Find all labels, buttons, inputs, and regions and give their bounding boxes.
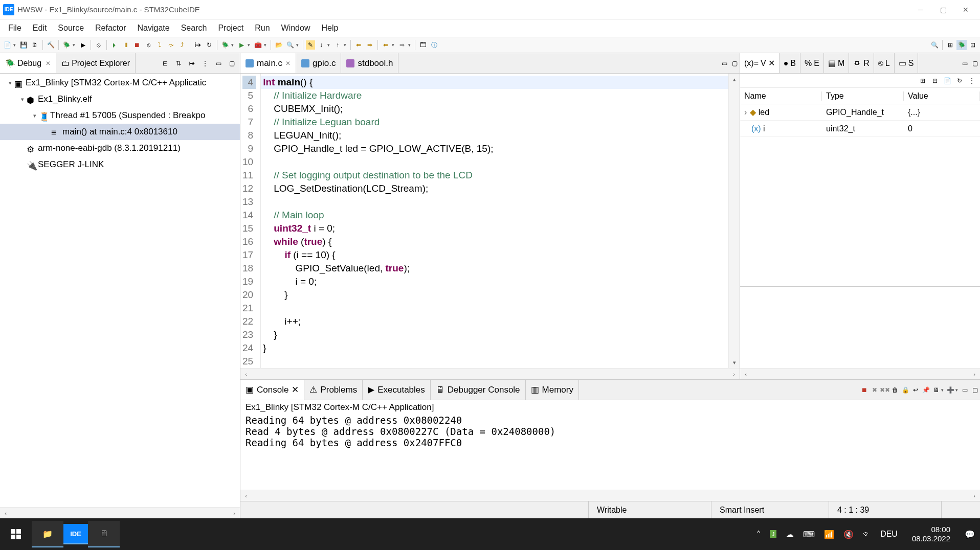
start-button[interactable] <box>0 521 32 547</box>
scroll-lock-icon[interactable]: 🔒 <box>900 385 910 395</box>
variables-hscroll[interactable]: ‹ › <box>740 368 980 379</box>
col-value[interactable]: Value <box>904 91 980 101</box>
code-line[interactable]: i++; <box>261 315 728 328</box>
step-icon[interactable]: i➔ <box>187 58 197 68</box>
annotation-icon[interactable]: ✎ <box>306 40 315 50</box>
line-number[interactable]: 19 <box>242 275 256 288</box>
code-editor[interactable]: 45678910111213141516171819202122232425 i… <box>240 74 740 368</box>
code-line[interactable]: GPIO_Handle_t led = GPIO_LOW_ACTIVE(B, 1… <box>261 142 728 155</box>
close-icon[interactable]: ✕ <box>285 60 291 67</box>
code-line[interactable]: // Main loop <box>261 209 728 222</box>
menu-icon[interactable]: ⋮ <box>967 76 977 86</box>
line-number[interactable]: 4 <box>242 76 256 89</box>
refresh-icon[interactable]: ↻ <box>954 76 965 86</box>
vars-tab-r[interactable]: ⛭R <box>849 53 874 73</box>
step-return-icon[interactable]: ⤴ <box>177 40 187 50</box>
scroll-down-icon[interactable]: ▾ <box>729 357 740 368</box>
nav-back-icon[interactable]: ⬅ <box>381 40 391 50</box>
scroll-right-icon[interactable]: › <box>229 510 240 516</box>
line-number[interactable]: 10 <box>242 155 256 169</box>
keyboard-icon[interactable]: ⌨ <box>803 530 815 539</box>
dropdown-icon[interactable]: ▾ <box>392 42 396 48</box>
code-line[interactable]: // Set logging output destination to be … <box>261 169 728 182</box>
menu-search[interactable]: Search <box>176 21 212 35</box>
menu-navigate[interactable]: Navigate <box>132 21 175 35</box>
twisty-icon[interactable]: ▾ <box>6 80 14 86</box>
line-number[interactable]: 25 <box>242 355 256 368</box>
pin-icon[interactable]: 📌 <box>921 385 931 395</box>
dropdown-icon[interactable]: ▾ <box>73 42 77 48</box>
bottom-tab-executables[interactable]: ▶Executables <box>363 380 431 400</box>
tree-row[interactable]: ▾🧵Thread #1 57005 (Suspended : Breakpo <box>0 107 240 124</box>
editor-tab-gpio-c[interactable]: gpio.c <box>296 53 341 73</box>
minimize-button[interactable]: ─ <box>909 2 932 17</box>
close-icon[interactable]: ✕ <box>46 60 51 67</box>
code-area[interactable]: int main() { // Initialize Hardware CUBE… <box>261 74 728 368</box>
code-line[interactable]: CUBEMX_Init(); <box>261 102 728 116</box>
resume-icon[interactable]: ⏵ <box>109 40 120 50</box>
restart-icon[interactable]: ↻ <box>204 40 214 50</box>
vars-tab-b[interactable]: ●B <box>779 53 800 73</box>
line-number[interactable]: 7 <box>242 116 256 129</box>
maximize-view-icon[interactable]: ▢ <box>970 385 980 395</box>
tree-row[interactable]: ≡main() at main.c:4 0x8013610 <box>0 124 240 140</box>
sync-icon[interactable]: ⇅ <box>173 58 184 68</box>
collapse-icon[interactable]: ⊟ <box>930 76 940 86</box>
horizontal-scrollbar[interactable]: ‹ › <box>0 507 240 518</box>
line-number[interactable]: 24 <box>242 341 256 355</box>
terminate-icon[interactable]: ⏹ <box>132 40 142 50</box>
twisty-icon[interactable]: ▾ <box>18 96 27 103</box>
notifications-icon[interactable]: 💬 <box>965 530 975 539</box>
menu-run[interactable]: Run <box>250 21 275 35</box>
disconnect-icon[interactable]: ⎋ <box>143 40 153 50</box>
minimize-view-icon[interactable]: ▭ <box>213 58 224 68</box>
menu-window[interactable]: Window <box>276 21 316 35</box>
dropdown-icon[interactable]: ▾ <box>13 42 17 48</box>
tree-row[interactable]: ▾⬢Ex1_Blinky.elf <box>0 91 240 107</box>
tree-row[interactable]: ▾▣Ex1_Blinky [STM32 Cortex-M C/C++ Appli… <box>0 75 240 91</box>
scroll-left-icon[interactable]: ‹ <box>0 510 11 516</box>
dropdown-icon[interactable]: ▾ <box>264 42 268 48</box>
run-config-icon[interactable]: ▶ <box>78 40 88 50</box>
code-line[interactable] <box>261 302 728 315</box>
line-number[interactable]: 13 <box>242 195 256 209</box>
tree-row[interactable]: ⚙arm-none-eabi-gdb (8.3.1.20191211) <box>0 140 240 156</box>
instruction-step-icon[interactable]: i➔ <box>193 40 203 50</box>
scroll-right-icon[interactable]: › <box>969 493 980 499</box>
close-icon[interactable]: ✕ <box>292 384 299 395</box>
editor-tab-main-c[interactable]: main.c✕ <box>240 53 296 73</box>
bottom-tab-console[interactable]: ▣Console✕ <box>240 380 304 400</box>
twisty-icon[interactable]: ▾ <box>31 112 39 119</box>
close-icon[interactable]: ✕ <box>768 58 775 68</box>
cpp-perspective-icon[interactable]: ⊡ <box>968 40 978 50</box>
dropdown-icon[interactable]: ▾ <box>955 387 960 393</box>
close-button[interactable]: ✕ <box>954 2 977 17</box>
scroll-left-icon[interactable]: ‹ <box>240 371 252 377</box>
dropdown-icon[interactable]: ▾ <box>408 42 412 48</box>
explorer-icon[interactable]: 📁 <box>32 521 63 547</box>
line-number[interactable]: 11 <box>242 169 256 182</box>
show-type-icon[interactable]: ⊞ <box>918 76 928 86</box>
prev-annotation-icon[interactable]: ↑ <box>332 40 343 50</box>
menu-file[interactable]: File <box>3 21 27 35</box>
vars-tab-s[interactable]: ▭S <box>895 53 919 73</box>
wifi-icon[interactable]: 📶 <box>824 530 834 539</box>
saveall-icon[interactable]: 🗎 <box>30 40 40 50</box>
scroll-right-icon[interactable]: › <box>728 371 740 377</box>
display-icon[interactable]: 🖥 <box>931 385 941 395</box>
variable-row[interactable]: (x) iuint32_t0 <box>740 121 980 137</box>
quick-access-icon[interactable]: 🔍 <box>929 40 940 50</box>
line-number[interactable]: 14 <box>242 209 256 222</box>
save-icon[interactable]: 💾 <box>18 40 29 50</box>
collapse-icon[interactable]: ⊟ <box>160 58 170 68</box>
code-line[interactable]: GPIO_SetValue(led, true); <box>261 262 728 275</box>
line-number[interactable]: 6 <box>242 102 256 116</box>
volume-icon[interactable]: 🔇 <box>843 530 854 539</box>
line-number[interactable]: 21 <box>242 302 256 315</box>
menu-source[interactable]: Source <box>53 21 89 35</box>
code-line[interactable]: } <box>261 328 728 341</box>
dropdown-icon[interactable]: ▾ <box>344 42 348 48</box>
variables-table[interactable]: Name Type Value ›◆ ledGPIO_Handle_t{...}… <box>740 88 980 286</box>
back-icon[interactable]: ⬅ <box>353 40 364 50</box>
vars-tab-l[interactable]: ⎋L <box>874 53 895 73</box>
